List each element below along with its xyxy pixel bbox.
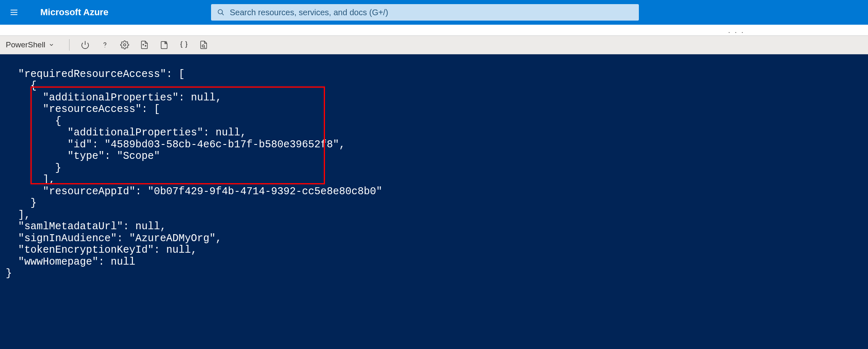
- new-session-button[interactable]: [156, 37, 172, 53]
- toolbar-separator: [69, 39, 70, 51]
- power-icon: [81, 40, 90, 49]
- search-box[interactable]: [211, 4, 639, 21]
- hamburger-icon: [9, 8, 19, 17]
- editor-button[interactable]: [176, 37, 192, 53]
- ellipsis-icon[interactable]: . . .: [728, 26, 745, 35]
- hamburger-menu-button[interactable]: [4, 2, 24, 22]
- terminal-output[interactable]: "requiredResourceAccess": [ { "additiona…: [0, 54, 868, 349]
- restart-button[interactable]: [77, 37, 93, 53]
- azure-topbar: Microsoft Azure: [0, 0, 868, 25]
- terminal-content: "requiredResourceAccess": [ { "additiona…: [6, 68, 382, 280]
- shell-selector[interactable]: PowerShell: [6, 40, 62, 49]
- search-input[interactable]: [230, 8, 633, 17]
- svg-line-4: [222, 14, 224, 15]
- braces-icon: [179, 40, 188, 49]
- help-button[interactable]: [97, 37, 113, 53]
- svg-line-11: [204, 47, 205, 48]
- gear-icon: [120, 40, 129, 49]
- shell-label: PowerShell: [6, 40, 45, 49]
- svg-point-6: [104, 47, 105, 47]
- question-icon: [100, 40, 109, 49]
- brand-label: Microsoft Azure: [40, 7, 108, 18]
- preview-button[interactable]: [195, 37, 212, 53]
- search-wrap: [211, 4, 639, 21]
- svg-point-10: [202, 45, 204, 47]
- search-icon: [217, 9, 225, 16]
- settings-button[interactable]: [116, 37, 133, 53]
- file-preview-icon: [199, 40, 208, 49]
- upload-download-button[interactable]: [136, 37, 153, 53]
- chevron-down-icon: [49, 42, 54, 48]
- svg-point-7: [123, 44, 126, 46]
- svg-point-3: [218, 9, 223, 14]
- dots-row: . . .: [0, 29, 868, 35]
- cloudshell-toolbar: PowerShell: [0, 35, 868, 54]
- new-file-icon: [160, 40, 169, 49]
- file-transfer-icon: [140, 40, 149, 49]
